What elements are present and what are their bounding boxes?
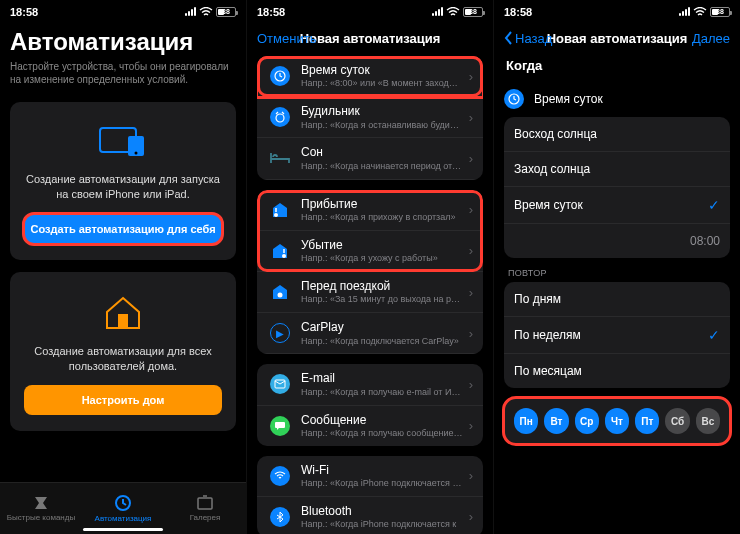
automation-pane: 18:58 38 Автоматизация Настройте устройс… <box>0 0 246 534</box>
trigger-group: Прибытие Напр.: «Когда я прихожу в спорт… <box>257 190 483 355</box>
weekday-toggle[interactable]: Ср <box>575 408 599 434</box>
svg-point-9 <box>282 254 286 258</box>
tab-shortcuts[interactable]: Быстрые команды <box>0 483 82 534</box>
weekday-toggle[interactable]: Пт <box>635 408 659 434</box>
trigger-group: Wi-Fi Напр.: «Когда iPhone подключается … <box>257 456 483 534</box>
trigger-title: E-mail <box>301 371 463 385</box>
weekday-toggle[interactable]: Пн <box>514 408 538 434</box>
trigger-row[interactable]: Сон Напр.: «Когда начинается период отды… <box>257 138 483 179</box>
trigger-group: E-mail Напр.: «Когда я получаю e-mail от… <box>257 364 483 445</box>
option-label: Время суток <box>514 198 583 212</box>
time-option-row[interactable]: Время суток✓ <box>504 187 730 224</box>
tab-gallery[interactable]: Галерея <box>164 483 246 534</box>
battery-icon: 38 <box>463 7 483 17</box>
weekday-toggle[interactable]: Чт <box>605 408 629 434</box>
weekday-toggle[interactable]: Вс <box>696 408 720 434</box>
trigger-row[interactable]: E-mail Напр.: «Когда я получаю e-mail от… <box>257 364 483 405</box>
trigger-title: Будильник <box>301 104 463 118</box>
repeat-option-row[interactable]: По дням <box>504 282 730 317</box>
nav-title: Новая автоматизация <box>547 31 688 46</box>
time-config-pane: 18:58 38 Назад Новая автоматизация Далее… <box>494 0 740 534</box>
message-icon <box>267 416 293 436</box>
new-automation-pane: 18:58 38 Отменить Новая автоматизация Вр… <box>247 0 493 534</box>
check-icon: ✓ <box>708 327 720 343</box>
home-indicator <box>83 528 163 531</box>
highlight-box: Создать автоматизацию для себя <box>24 214 222 244</box>
page-title: Автоматизация <box>10 28 236 56</box>
trigger-header: Время суток <box>504 81 730 117</box>
trigger-subtitle: Напр.: «Когда я останавливаю будильник» <box>301 120 463 131</box>
cancel-button[interactable]: Отменить <box>257 31 316 46</box>
wifi-icon <box>446 7 460 17</box>
status-bar: 18:58 38 <box>247 0 493 20</box>
mail-icon <box>267 374 293 394</box>
bt-icon <box>267 507 293 527</box>
create-personal-automation-button[interactable]: Создать автоматизацию для себя <box>24 214 222 244</box>
trigger-row[interactable]: Прибытие Напр.: «Когда я прихожу в спорт… <box>257 190 483 231</box>
trigger-subtitle: Напр.: «За 15 минут до выхода на работу» <box>301 294 463 305</box>
trigger-subtitle: Напр.: «Когда iPhone подключается к дома… <box>301 478 463 489</box>
back-button[interactable]: Назад <box>504 31 552 46</box>
leave-icon <box>267 242 293 260</box>
status-time: 18:58 <box>257 6 285 18</box>
status-bar: 18:58 38 <box>494 0 740 20</box>
weekday-toggle[interactable]: Вт <box>544 408 568 434</box>
trigger-row[interactable]: Перед поездкой Напр.: «За 15 минут до вы… <box>257 272 483 313</box>
option-label: По дням <box>514 292 561 306</box>
wifi-icon <box>693 7 707 17</box>
devices-icon <box>24 124 222 158</box>
status-time: 18:58 <box>10 6 38 18</box>
trigger-title: Сообщение <box>301 413 463 427</box>
nav-title: Новая автоматизация <box>300 31 441 46</box>
trigger-row[interactable]: Сообщение Напр.: «Когда я получаю сообще… <box>257 406 483 446</box>
trigger-title: Bluetooth <box>301 504 463 518</box>
personal-automation-card: Создание автоматизации для запуска на св… <box>10 102 236 260</box>
trigger-title: Время суток <box>301 63 463 77</box>
battery-icon: 38 <box>710 7 730 17</box>
clock-icon <box>504 89 524 109</box>
status-time: 18:58 <box>504 6 532 18</box>
trigger-title: Убытие <box>301 238 463 252</box>
trigger-row[interactable]: Будильник Напр.: «Когда я останавливаю б… <box>257 97 483 138</box>
trigger-title: Wi-Fi <box>301 463 463 477</box>
trigger-subtitle: Напр.: «Когда я ухожу с работы» <box>301 253 463 264</box>
chevron-right-icon: › <box>469 418 473 433</box>
next-button[interactable]: Далее <box>692 31 730 46</box>
status-right: 38 <box>679 7 730 17</box>
signal-icon <box>679 7 690 16</box>
chevron-right-icon: › <box>469 243 473 258</box>
chevron-right-icon: › <box>469 509 473 524</box>
status-right: 38 <box>185 7 236 17</box>
trigger-row[interactable]: Wi-Fi Напр.: «Когда iPhone подключается … <box>257 456 483 497</box>
highlight-box: ПнВтСрЧтПтСбВс <box>504 398 730 444</box>
clock-icon <box>267 66 293 86</box>
trigger-row[interactable]: ▶ CarPlay Напр.: «Когда подключается Car… <box>257 313 483 354</box>
time-option-row[interactable]: Восход солнца <box>504 117 730 152</box>
weekday-toggle[interactable]: Сб <box>665 408 689 434</box>
gallery-icon <box>196 495 214 511</box>
chevron-right-icon: › <box>469 110 473 125</box>
setup-home-button[interactable]: Настроить дом <box>24 385 222 415</box>
signal-icon <box>185 7 196 16</box>
repeat-option-row[interactable]: По неделям✓ <box>504 317 730 354</box>
option-label: Заход солнца <box>514 162 590 176</box>
trigger-row[interactable]: Bluetooth Напр.: «Когда iPhone подключае… <box>257 497 483 534</box>
tab-shortcuts-label: Быстрые команды <box>7 513 75 522</box>
signal-icon <box>432 7 443 16</box>
trigger-group: Время суток Напр.: «8:00» или «В момент … <box>257 56 483 180</box>
home-automation-card: Создание автоматизации для всех пользова… <box>10 272 236 432</box>
trigger-subtitle: Напр.: «Когда я прихожу в спортзал» <box>301 212 463 223</box>
time-option-row[interactable]: Заход солнца <box>504 152 730 187</box>
time-value-row[interactable]: 08:00 <box>504 224 730 258</box>
chevron-right-icon: › <box>469 69 473 84</box>
chevron-right-icon: › <box>469 202 473 217</box>
trigger-title: CarPlay <box>301 320 463 334</box>
trigger-row[interactable]: Время суток Напр.: «8:00» или «В момент … <box>257 56 483 97</box>
tab-automation[interactable]: Автоматизация <box>82 483 164 534</box>
tab-gallery-label: Галерея <box>190 513 221 522</box>
trigger-row[interactable]: Убытие Напр.: «Когда я ухожу с работы» › <box>257 231 483 272</box>
tab-bar: Быстрые команды Автоматизация Галерея <box>0 482 246 534</box>
repeat-option-row[interactable]: По месяцам <box>504 354 730 388</box>
svg-rect-3 <box>118 314 128 328</box>
status-bar: 18:58 38 <box>0 0 246 20</box>
